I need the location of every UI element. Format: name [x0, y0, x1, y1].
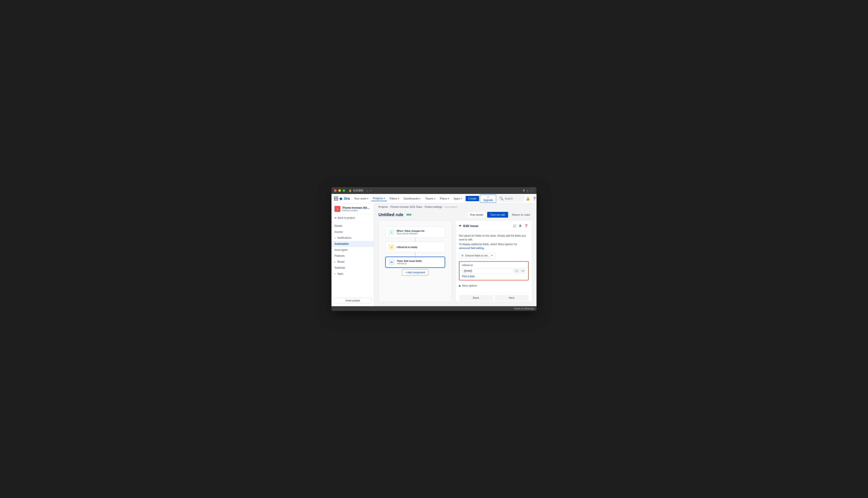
search-icon: 🔍: [499, 197, 503, 200]
sidebar-item-notifications[interactable]: Notifications: [331, 235, 374, 241]
turn-on-rule-button[interactable]: Turn on rule: [487, 212, 508, 218]
sidebar-item-board[interactable]: Board: [331, 259, 374, 265]
condition-node[interactable]: ⚡ refined at is empty: [385, 242, 445, 252]
advanced-field-editing-link[interactable]: advanced field editing: [459, 247, 484, 250]
new-tab-icon[interactable]: +: [527, 189, 528, 192]
page-title-area: Untitled rule NEW: [379, 212, 413, 217]
create-button[interactable]: Create: [465, 196, 479, 201]
condition-node-label: refined at is empty: [397, 246, 442, 248]
panel-description-1: Set values for fields on the issue. Simp…: [459, 234, 528, 241]
refined-at-input[interactable]: [462, 268, 513, 274]
trigger-node-sublabel: Story point estimate: [397, 232, 442, 235]
header-actions: Rule details Turn on rule Return to rule…: [468, 212, 532, 218]
action-node[interactable]: ✏ Then: Edit issue fields refined at: [385, 257, 445, 268]
close-button[interactable]: [334, 189, 336, 192]
help-panel-icon[interactable]: ❓: [524, 223, 528, 228]
return-to-rules-button[interactable]: Return to rules: [510, 212, 532, 218]
more-field-options-button[interactable]: •••: [520, 268, 526, 273]
nav-filters[interactable]: Filters ▼: [388, 196, 401, 201]
back-button[interactable]: Back: [459, 294, 493, 301]
back-icon: ⬅: [334, 217, 336, 219]
panel-header-actions: ⬜ 🗑 ❓: [512, 223, 528, 228]
breadcrumb-automation: Automation: [445, 206, 458, 208]
chevron-down-icon: ▼: [491, 254, 493, 257]
refined-at-input-row: { } •••: [462, 268, 526, 274]
upgrade-button[interactable]: + Upgrade: [480, 195, 496, 203]
panel-title: ✏ Edit issue: [459, 224, 478, 228]
user-info: Yuehu Lin (fntsr.tw): [514, 307, 534, 310]
chevron-down-icon: ▼: [447, 198, 449, 200]
nav-arrows: ‹ ›: [366, 188, 372, 193]
back-to-project-link[interactable]: ⬅ Back to project: [331, 215, 374, 221]
project-icon: i: [334, 206, 341, 212]
titlebar: 🔒 私密瀏覽 ‹ › ⬆ + ⬛: [331, 187, 537, 194]
app-switcher-icon[interactable]: [334, 197, 338, 200]
new-badge: NEW: [405, 213, 413, 217]
breadcrumb-projects[interactable]: Projects: [379, 206, 388, 208]
panel-header: ✏ Edit issue ⬜ 🗑 ❓: [456, 220, 532, 231]
panel-body: Set values for fields on the issue. Simp…: [456, 231, 532, 292]
project-info: iThome Ironman 2024 ... Software project: [342, 206, 371, 212]
notifications-icon[interactable]: 🔔: [525, 196, 531, 201]
breadcrumb-sep3: /: [443, 206, 444, 208]
nav-plans[interactable]: Plans ▼: [438, 196, 451, 201]
panel-footer: Back Next: [456, 292, 532, 302]
trigger-node-icon: ↕: [388, 229, 395, 235]
maximize-button[interactable]: [343, 189, 345, 192]
search-box[interactable]: 🔍: [497, 195, 524, 202]
breadcrumb-sep2: /: [423, 206, 424, 208]
sidebar-item-access[interactable]: Access: [331, 229, 374, 235]
automation-canvas: ↕ When: Value changes for Story point es…: [379, 220, 452, 302]
search-input[interactable]: [505, 197, 522, 200]
breadcrumb-project-settings[interactable]: Project settings: [425, 206, 442, 208]
trigger-node-label: When: Value changes for: [397, 230, 442, 232]
chevron-down-icon: ▼: [397, 198, 399, 200]
pick-a-date-link[interactable]: Pick a date: [462, 275, 526, 278]
sidebar-item-toolchain[interactable]: Toolchain: [331, 265, 374, 271]
more-options-row[interactable]: ▶ More options: [459, 283, 528, 289]
sidebar-footer: Invite people: [331, 295, 374, 306]
sidebar-item-automation[interactable]: Automation: [331, 241, 374, 247]
forward-nav-button[interactable]: ›: [370, 188, 372, 193]
settings-icon: ⚙: [461, 254, 464, 257]
nav-projects[interactable]: Projects ▼: [371, 196, 387, 201]
chevron-down-icon: ▼: [434, 198, 436, 200]
copy-panel-icon[interactable]: ⬜: [512, 223, 517, 228]
action-node-label: Then: Edit issue fields: [397, 260, 442, 262]
page-title: Untitled rule: [379, 212, 404, 217]
page-header: Untitled rule NEW Rule details Turn on r…: [374, 211, 537, 220]
sidebar-toggle-icon[interactable]: ⬛: [530, 189, 534, 192]
nav-apps[interactable]: Apps ▼: [452, 196, 464, 201]
chevron-down-icon: ▼: [460, 198, 462, 200]
help-icon[interactable]: ❓: [532, 196, 537, 201]
template-variable-button[interactable]: { }: [514, 268, 519, 273]
breadcrumb-project-name[interactable]: iThome Ironman 2024 Team: [390, 206, 422, 208]
chevron-down-icon: ▼: [419, 198, 421, 200]
sidebar-item-features[interactable]: Features: [331, 253, 374, 259]
action-node-icon: ✏: [389, 259, 395, 265]
invite-people-button[interactable]: Invite people: [334, 298, 371, 304]
nav-dashboards[interactable]: Dashboards ▼: [402, 196, 423, 201]
titlebar-right-controls: ⬆ + ⬛: [523, 189, 534, 192]
sidebar-item-details[interactable]: Details: [331, 223, 374, 229]
share-icon[interactable]: ⬆: [523, 189, 525, 192]
nav-teams[interactable]: Teams ▼: [423, 196, 437, 201]
trigger-node[interactable]: ↕ When: Value changes for Story point es…: [385, 227, 445, 237]
minimize-button[interactable]: [338, 189, 341, 192]
project-type: Software project: [342, 209, 371, 212]
sidebar-item-apps[interactable]: Apps: [331, 271, 374, 277]
sidebar-item-issue-types[interactable]: Issue types: [331, 247, 374, 253]
add-component-button[interactable]: + Add component: [402, 270, 429, 275]
next-button[interactable]: Next: [495, 294, 528, 301]
delete-panel-icon[interactable]: 🗑: [518, 223, 522, 228]
chevron-down-icon: ▼: [367, 198, 369, 200]
refined-at-label: refined at: [462, 264, 526, 267]
rule-details-button[interactable]: Rule details: [468, 212, 485, 218]
edit-icon: ✏: [459, 224, 461, 227]
jira-logo[interactable]: ◆ Jira: [340, 196, 350, 201]
back-nav-button[interactable]: ‹: [366, 188, 369, 193]
choose-fields-button[interactable]: ⚙ Choose fields to set... ▼: [459, 253, 495, 259]
nav-your-work[interactable]: Your work ▼: [352, 196, 370, 201]
flow-connector-1: [415, 237, 416, 242]
navbar: ◆ Jira Your work ▼ Projects ▼ Filters ▼ …: [331, 194, 537, 204]
